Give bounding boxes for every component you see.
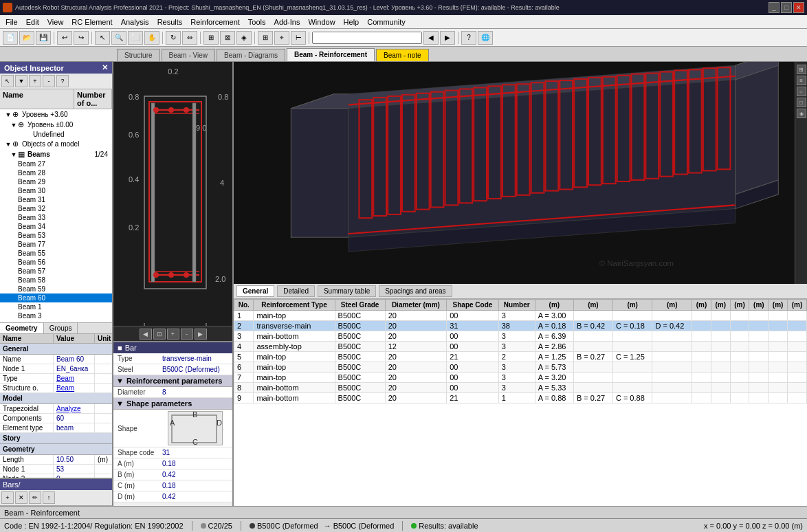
table-row[interactable]: 2transverse-mainB500C203138A = 0.18B = 0… xyxy=(234,321,807,331)
table-tab-general[interactable]: General xyxy=(236,285,274,297)
tree-beam-59[interactable]: Beam 59 xyxy=(0,285,112,293)
tree-beam-28[interactable]: Beam 28 xyxy=(0,168,112,177)
view-input[interactable] xyxy=(312,32,422,44)
menu-reinforcement[interactable]: Reinforcement xyxy=(186,16,244,27)
vp-btn-4[interactable]: □ xyxy=(797,98,806,107)
table-row[interactable]: 7main-topB500C20003A = 3.20 xyxy=(234,373,807,383)
tree-beam-3[interactable]: Beam 3 xyxy=(0,311,112,320)
toolbar-rotate[interactable]: ↻ xyxy=(166,31,181,45)
tree-beam-34[interactable]: Beam 34 xyxy=(0,222,112,231)
toolbar-help[interactable]: ? xyxy=(461,31,476,45)
menu-add-ins[interactable]: Add-Ins xyxy=(270,16,305,27)
table-row[interactable]: 4assembly-topB500C12003A = 2.86 xyxy=(234,342,807,352)
toolbar-mirror[interactable]: ⇔ xyxy=(182,31,197,45)
inspector-collapse-btn[interactable]: - xyxy=(43,75,55,87)
tab-beam-reinforcement[interactable]: Beam - Reinforcement xyxy=(287,48,375,61)
menu-file[interactable]: File xyxy=(1,16,22,27)
tab-groups[interactable]: Groups xyxy=(44,323,78,333)
menu-results[interactable]: Results xyxy=(153,16,187,27)
toolbar-globe[interactable]: 🌐 xyxy=(478,31,493,45)
view-fit[interactable]: ⊡ xyxy=(153,329,166,340)
reinforcement-section[interactable]: ▼ Reinforcement parameters xyxy=(113,375,232,387)
table-tab-detailed[interactable]: Detailed xyxy=(277,285,315,297)
menu-analysis[interactable]: Analysis xyxy=(117,16,153,27)
table-row[interactable]: 1main-topB500C20003A = 3.00 xyxy=(234,311,807,321)
tree-level1[interactable]: ▼ ⊕ Уровень +3.60 xyxy=(0,109,112,120)
view-3d-panel[interactable]: X Y Z © NairiSargsyan.com xyxy=(234,62,807,284)
vp-btn-2[interactable]: ≡ xyxy=(797,76,806,85)
tree-objects-model[interactable]: ▼ ⊕ Objects of a model xyxy=(0,139,112,149)
toolbar-prev[interactable]: ◀ xyxy=(423,31,439,45)
toolbar-zoom-all[interactable]: ⬜ xyxy=(128,31,143,45)
menu-edit[interactable]: Edit xyxy=(22,16,43,27)
vp-btn-5[interactable]: ◈ xyxy=(797,109,806,118)
table-row[interactable]: 3main-bottomB500C20003A = 6.39 xyxy=(234,331,807,342)
tree-beam-53[interactable]: Beam 53 xyxy=(0,231,112,240)
close-icon[interactable]: ✕ xyxy=(102,63,108,72)
tree-beam-77[interactable]: Beam 77 xyxy=(0,240,112,249)
toolbar-dimensions[interactable]: ⊢ xyxy=(291,31,306,45)
table-row[interactable]: 9main-bottomB500C20211A = 0.88B = 0.27C … xyxy=(234,393,807,403)
tree-beams[interactable]: ▼ ▦ Beams 1/24 xyxy=(0,149,112,159)
toolbar-undo[interactable]: ↩ xyxy=(57,31,72,45)
tree-beam-27[interactable]: Beam 27 xyxy=(0,159,112,168)
table-tab-summary[interactable]: Summary table xyxy=(318,285,376,297)
table-row[interactable]: 5main-topB500C20212A = 1.25B = 0.27C = 1… xyxy=(234,352,807,362)
menu-community[interactable]: Community xyxy=(363,16,410,27)
inspector-help-btn[interactable]: ? xyxy=(56,75,69,87)
table-row[interactable]: 6main-topB500C20003A = 5.73 xyxy=(234,362,807,373)
toolbar-next[interactable]: ▶ xyxy=(440,31,455,45)
vp-btn-1[interactable]: ⊞ xyxy=(797,65,806,74)
menu-tools[interactable]: Tools xyxy=(244,16,270,27)
inspector-filter-btn[interactable]: ▼ xyxy=(15,75,27,87)
table-row[interactable]: 8main-bottomB500C20003A = 5.33 xyxy=(234,383,807,393)
inspector-select-btn[interactable]: ↖ xyxy=(1,75,14,87)
tree-level2[interactable]: ▼ ⊕ Уровень ±0.00 xyxy=(0,120,112,130)
view-zoom-out[interactable]: - xyxy=(181,329,193,340)
view-nav-right[interactable]: ▶ xyxy=(195,329,207,340)
tab-beam-view[interactable]: Beam - View xyxy=(162,49,216,61)
tree-undefined[interactable]: Undefined xyxy=(0,130,112,139)
menu-help[interactable]: Help xyxy=(340,16,364,27)
inspector-expand-btn[interactable]: + xyxy=(29,75,41,87)
toolbar-new[interactable]: 📄 xyxy=(3,31,18,45)
tree-beam-58[interactable]: Beam 58 xyxy=(0,276,112,285)
view-nav-left[interactable]: ◀ xyxy=(140,329,152,340)
vp-btn-3[interactable]: ○ xyxy=(797,87,806,96)
bars-up-btn[interactable]: ↑ xyxy=(43,491,55,504)
menu-rc-element[interactable]: RC Element xyxy=(67,16,116,27)
minimize-button[interactable]: _ xyxy=(769,2,780,13)
menu-view[interactable]: View xyxy=(43,16,68,27)
toolbar-zoom[interactable]: 🔍 xyxy=(111,31,126,45)
tree-beam-32[interactable]: Beam 32 xyxy=(0,204,112,213)
bars-edit-btn[interactable]: ✏ xyxy=(29,491,41,504)
toolbar-btn7[interactable]: ◈ xyxy=(236,31,252,45)
bars-add-btn[interactable]: + xyxy=(1,491,14,504)
toolbar-save[interactable]: 💾 xyxy=(36,31,51,45)
tree-beam-1[interactable]: Beam 1 xyxy=(0,302,112,311)
tree-beam-57[interactable]: Beam 57 xyxy=(0,267,112,276)
toolbar-grid[interactable]: ⊞ xyxy=(258,31,273,45)
tab-beam-note[interactable]: Beam - note xyxy=(376,49,428,61)
shape-section[interactable]: ▼ Shape parameters xyxy=(113,398,232,410)
view-2d[interactable]: 0.2 0.8 0.6 0.4 0.2 0.8 4 2.0 9.0 xyxy=(113,62,232,326)
toolbar-pan[interactable]: ✋ xyxy=(144,31,159,45)
toolbar-snap[interactable]: ⌖ xyxy=(274,31,289,45)
table-tab-spacings[interactable]: Spacings and areas xyxy=(379,285,452,297)
toolbar-redo[interactable]: ↪ xyxy=(74,31,89,45)
tree-beam-30[interactable]: Beam 30 xyxy=(0,186,112,195)
tab-structure[interactable]: Structure xyxy=(117,49,160,61)
tree-beam-31[interactable]: Beam 31 xyxy=(0,195,112,204)
bars-del-btn[interactable]: ✕ xyxy=(15,491,27,504)
toolbar-open[interactable]: 📂 xyxy=(19,31,34,45)
tree-beam-29[interactable]: Beam 29 xyxy=(0,177,112,186)
menu-window[interactable]: Window xyxy=(304,16,339,27)
maximize-button[interactable]: □ xyxy=(781,2,792,13)
toolbar-select[interactable]: ↖ xyxy=(95,31,110,45)
toolbar-btn6[interactable]: ⊠ xyxy=(220,31,235,45)
tab-beam-diagrams[interactable]: Beam - Diagrams xyxy=(217,49,285,61)
tree-beam-33[interactable]: Beam 33 xyxy=(0,213,112,222)
tree-beam-56[interactable]: Beam 56 xyxy=(0,258,112,267)
tree-beam-60[interactable]: Beam 60 xyxy=(0,293,112,302)
tree-beam-55[interactable]: Beam 55 xyxy=(0,249,112,258)
